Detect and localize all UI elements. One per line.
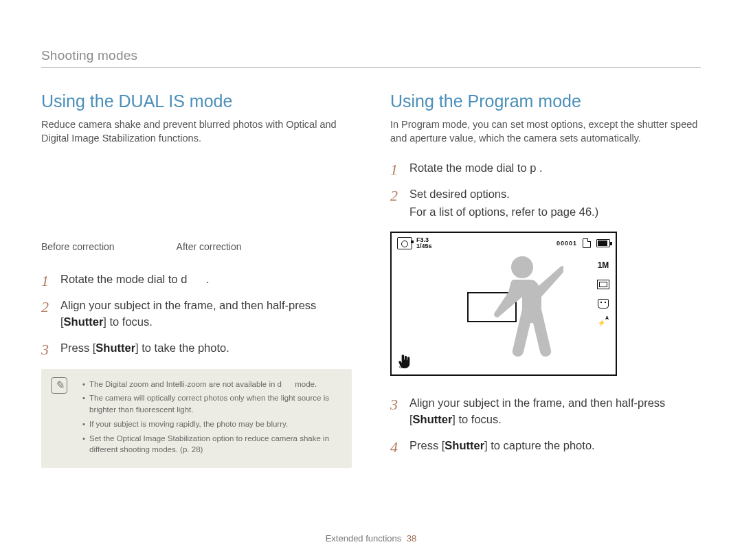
- step-1: Rotate the mode dial to d .: [41, 271, 352, 288]
- lcd-top-left: F3.3 1/45s: [397, 237, 432, 249]
- steps-program-a: Rotate the mode dial to p . Set desired …: [390, 160, 701, 221]
- intro-program: In Program mode, you can set most option…: [390, 118, 701, 145]
- step-post: ] to capture the photo.: [484, 439, 595, 451]
- ois-hand-icon: OIS: [397, 354, 411, 369]
- note-item: The Digital zoom and Intelli-zoom are no…: [82, 379, 339, 390]
- step-text: Rotate the mode dial to: [409, 161, 530, 174]
- step-text: Rotate the mode dial to: [60, 273, 181, 285]
- camera-lcd-preview: F3.3 1/45s 00001 1M ⚡A OIS: [390, 232, 617, 376]
- two-column-layout: Using the DUAL IS mode Reduce camera sha…: [41, 91, 701, 468]
- shutter-label: Shutter: [64, 315, 104, 328]
- lcd-bottom-left: OIS: [397, 354, 411, 369]
- note-text: mode.: [293, 380, 317, 388]
- step-4: Press [Shutter] to capture the photo.: [390, 438, 701, 454]
- step-post: ] to take the photo.: [135, 341, 229, 354]
- step-post: .: [206, 273, 210, 285]
- shutter-label: Shutter: [413, 413, 453, 425]
- frame-counter: 00001: [556, 240, 577, 247]
- mode-dial-p-icon: p: [530, 161, 536, 174]
- footer-section: Extended functions: [326, 533, 402, 544]
- face-detect-icon: [598, 299, 609, 309]
- shutter-label: Shutter: [95, 341, 135, 354]
- quality-icon: [597, 280, 609, 289]
- step-2: Set desired options. For a list of optio…: [390, 186, 701, 221]
- subject-silhouette: [481, 251, 563, 368]
- flash-icon: ⚡: [598, 320, 605, 326]
- note-item: The camera will optically correct photos…: [82, 392, 339, 415]
- correction-captions: Before correction After correction: [41, 241, 352, 252]
- sd-card-icon: [583, 238, 591, 248]
- lcd-top-right: 00001: [556, 238, 610, 248]
- flash-auto-icon: ⚡A: [596, 318, 610, 326]
- note-list: The Digital zoom and Intelli-zoom are no…: [82, 379, 339, 456]
- svg-text:OIS: OIS: [399, 365, 405, 369]
- intro-dual-is: Reduce camera shake and prevent blurred …: [41, 118, 352, 145]
- battery-icon: [596, 239, 610, 247]
- step-post: .: [536, 161, 542, 174]
- step-text: Press [: [60, 341, 95, 354]
- note-item: Set the Optical Image Stabilization opti…: [82, 433, 339, 456]
- manual-page: Shooting modes Using the DUAL IS mode Re…: [0, 0, 742, 560]
- page-footer: Extended functions 38: [0, 533, 742, 544]
- lcd-right-icons: 1M ⚡A: [596, 260, 610, 326]
- shutter-label: Shutter: [445, 439, 484, 451]
- caption-before: Before correction: [41, 241, 115, 252]
- step-subtext: For a list of options, refer to page 46.…: [409, 204, 701, 221]
- step-text: Press [: [409, 439, 445, 451]
- note-box: ✎ The Digital zoom and Intelli-zoom are …: [41, 369, 352, 468]
- steps-program-b: Align your subject in the frame, and the…: [390, 395, 701, 454]
- breadcrumb: Shooting modes: [41, 48, 701, 68]
- steps-dual-is: Rotate the mode dial to d . Align your s…: [41, 271, 352, 357]
- step-post: ] to focus.: [103, 315, 153, 328]
- page-number: 38: [407, 533, 416, 544]
- right-column: Using the Program mode In Program mode, …: [390, 91, 701, 468]
- mode-dial-d-icon: d: [278, 380, 282, 388]
- step-3: Press [Shutter] to take the photo.: [41, 340, 352, 357]
- caption-after: After correction: [177, 241, 242, 252]
- step-1: Rotate the mode dial to p .: [390, 160, 701, 177]
- camera-mode-icon: [397, 237, 412, 249]
- heading-dual-is: Using the DUAL IS mode: [41, 91, 352, 111]
- step-3: Align your subject in the frame, and the…: [390, 395, 701, 428]
- heading-program: Using the Program mode: [390, 91, 701, 111]
- left-column: Using the DUAL IS mode Reduce camera sha…: [41, 91, 352, 468]
- note-icon: ✎: [51, 377, 67, 394]
- note-item: If your subject is moving rapidly, the p…: [82, 418, 339, 430]
- flash-mode-label: A: [605, 315, 609, 320]
- mode-dial-d-icon: d: [181, 273, 187, 285]
- step-text: Set desired options.: [409, 188, 510, 200]
- step-post: ] to focus.: [452, 413, 502, 425]
- note-text: The Digital zoom and Intelli-zoom are no…: [89, 380, 278, 388]
- image-size-icon: 1M: [596, 260, 610, 270]
- shutter-value: 1/45s: [416, 243, 432, 249]
- step-2: Align your subject in the frame, and the…: [41, 298, 352, 331]
